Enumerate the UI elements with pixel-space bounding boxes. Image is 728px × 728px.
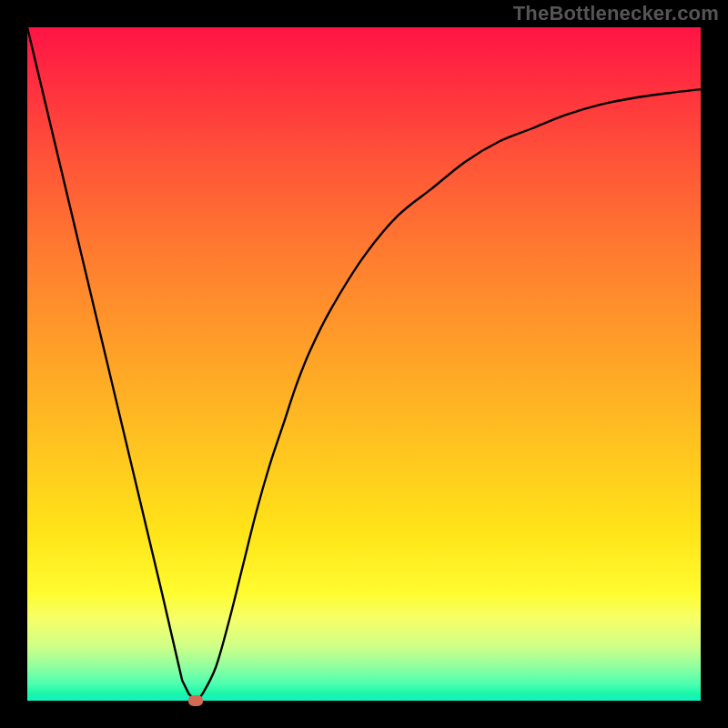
optimum-marker [188, 695, 203, 706]
chart-frame: TheBottlenecker.com [0, 0, 728, 728]
watermark-text: TheBottlenecker.com [513, 2, 719, 25]
curve-svg [27, 27, 701, 701]
plot-area [27, 27, 701, 701]
bottleneck-curve [27, 27, 701, 701]
